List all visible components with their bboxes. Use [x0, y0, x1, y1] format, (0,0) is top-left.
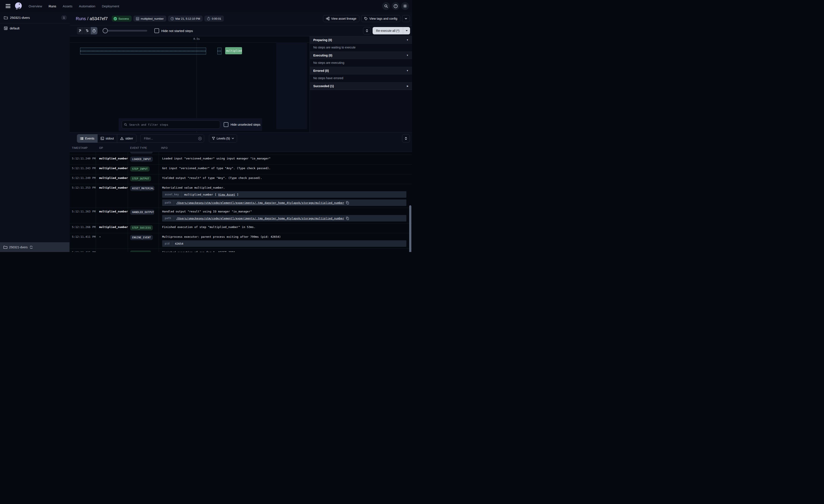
status-label: Success	[118, 17, 129, 20]
waterfall-gantt-icon	[86, 29, 89, 32]
section-succeeded-header[interactable]: Succeeded (1) ▶	[310, 83, 412, 90]
metadata-path-link[interactable]: /Users/smackesey/stm/code/elementl/exper…	[177, 201, 344, 205]
table-row[interactable]: 5:12:11.243 PMmultiplied_numberSTEP_INPU…	[70, 165, 412, 174]
section-executing-header[interactable]: Executing (0) ▼	[310, 52, 412, 59]
asset-chip[interactable]: multiplied_number	[133, 16, 166, 22]
events-table-body: 5:12:11.240 PMmultiplied_numberLOADED_IN…	[70, 152, 412, 252]
copy-icon[interactable]	[346, 201, 349, 205]
reexecute-dropdown-caret[interactable]	[403, 27, 410, 34]
log-filter-box[interactable]	[140, 134, 204, 143]
warning-triangle-icon	[120, 137, 124, 140]
clear-filter-icon[interactable]	[198, 137, 202, 140]
log-filter-input[interactable]	[143, 136, 198, 140]
tab-stdout[interactable]: stdout	[98, 134, 117, 143]
table-row[interactable]: 5:12:11.249 PMmultiplied_numberSTEP_OUTP…	[70, 174, 412, 184]
event-op: multiplied_number	[96, 155, 128, 164]
event-type-badge: HANDLED_OUTPUT	[130, 210, 154, 215]
view-asset-link[interactable]: View Asset	[218, 193, 235, 197]
section-errored-header[interactable]: Errored (0) ▼	[310, 67, 412, 75]
funnel-icon	[212, 137, 215, 140]
slider-knob[interactable]	[103, 28, 108, 33]
table-row[interactable]: 5:12:11.411 PM-ENGINE_EVENTMultiprocess …	[70, 233, 412, 249]
gantt-timed-view-button[interactable]	[91, 27, 97, 34]
gantt-flat-view-button[interactable]	[77, 27, 84, 34]
event-type-cell: ENGINE_EVENT	[128, 233, 159, 249]
table-row[interactable]: 5:12:11.263 PMmultiplied_numberHANDLED_O…	[70, 208, 412, 224]
event-op: multiplied_number	[96, 174, 128, 184]
nav-runs[interactable]: Runs	[49, 4, 56, 8]
view-tags-config-button[interactable]: View tags and config	[361, 15, 400, 22]
nav-automation[interactable]: Automation	[79, 4, 96, 8]
event-info-text: Got input "versioned_number" of type "An…	[162, 166, 406, 170]
gantt-zoom-slider[interactable]	[103, 30, 147, 31]
gantt-dependency-bar	[80, 47, 206, 54]
hide-unselected-checkbox-row: Hide unselected steps	[224, 122, 261, 127]
asset-group-icon	[4, 26, 8, 30]
tab-events[interactable]: Events	[77, 134, 98, 143]
event-info: Finished execution of step "multiplied_n…	[159, 224, 412, 231]
gantt-waterfall-view-button[interactable]	[84, 27, 91, 34]
nav-assets[interactable]: Assets	[63, 4, 73, 8]
repository-footer[interactable]: 250321-dvers	[0, 242, 70, 252]
event-info: Handled output "result" using IO manager…	[159, 208, 412, 223]
copy-icon[interactable]	[346, 217, 349, 220]
help-button[interactable]: ?	[392, 2, 399, 10]
log-view-tabs: Events stdout stderr	[77, 134, 136, 143]
events-panel: Events stdout stderr Levels (5)	[70, 132, 412, 252]
status-badge: Success	[112, 16, 132, 22]
gantt-step-box[interactable]: multiplied_number	[225, 47, 242, 54]
steps-search-input[interactable]	[129, 123, 218, 127]
vertical-scrollbar[interactable]	[409, 205, 411, 252]
table-row[interactable]: 5:12:11.415 PM-RUN_SUCCESSFinished execu…	[70, 249, 412, 252]
search-button[interactable]	[382, 2, 390, 10]
reload-icon[interactable]	[29, 246, 33, 249]
chevron-down-icon	[404, 17, 407, 20]
section-errored-body: No steps have errored	[310, 75, 412, 82]
metadata-value: 42654	[172, 240, 186, 247]
start-time-chip: Mar 21, 5:12:10 PM	[168, 16, 203, 22]
table-row[interactable]: 5:12:11.253 PMmultiplied_numberASSET_MAT…	[70, 184, 412, 208]
dagster-logo-icon[interactable]	[14, 2, 23, 11]
nav-overview[interactable]: Overview	[28, 4, 42, 8]
view-asset-lineage-button[interactable]: View asset lineage	[323, 15, 359, 22]
table-row[interactable]: 5:12:11.266 PMmultiplied_numberSTEP_SUCC…	[70, 224, 412, 233]
event-op	[96, 152, 128, 155]
table-row[interactable]: 5:12:11.240 PMmultiplied_numberLOADED_IN…	[70, 155, 412, 165]
metadata-path-link[interactable]: /Users/smackesey/stm/code/elementl/exper…	[177, 217, 344, 220]
events-toolbar: Events stdout stderr Levels (5)	[70, 133, 412, 144]
menu-icon[interactable]	[6, 4, 10, 8]
event-metadata-row: asset_keymultiplied_number [View Asset]	[162, 191, 406, 198]
nav-deployment[interactable]: Deployment	[102, 4, 119, 8]
tab-stderr[interactable]: stderr	[117, 134, 136, 143]
levels-filter-button[interactable]: Levels (5)	[209, 134, 237, 143]
sidebar-item-repository[interactable]: 250321-dvers 1	[0, 12, 70, 23]
gantt-time-axis: 0.5s	[70, 36, 310, 43]
reexecute-all-button[interactable]: Re-execute all (*)	[373, 27, 410, 34]
event-metadata-row: path/Users/smackesey/stm/code/elementl/e…	[162, 215, 406, 222]
section-preparing-header[interactable]: Preparing (0) ▼	[310, 36, 412, 44]
axis-tick-label: 0.5s	[194, 37, 200, 40]
hide-unselected-checkbox[interactable]	[224, 122, 228, 127]
event-type-badge: ASSET_MATERIALI…	[130, 186, 154, 191]
event-timestamp: 5:12:11.411 PM	[70, 233, 96, 249]
settings-button[interactable]	[401, 2, 409, 10]
event-timestamp: 5:12:11.249 PM	[70, 174, 96, 184]
event-type-cell: RUN_SUCCESS	[128, 249, 159, 252]
gantt-expand-button[interactable]	[363, 27, 371, 34]
event-type-cell: ASSET_MATERIALI…	[128, 184, 159, 208]
event-timestamp: 5:12:11.253 PM	[70, 184, 96, 208]
tag-icon	[364, 17, 368, 20]
sidebar-item-default-group[interactable]: default	[0, 23, 70, 33]
section-executing-body: No steps are executing	[310, 59, 412, 67]
run-actions-menu-button[interactable]	[402, 15, 410, 22]
steps-search-box[interactable]	[122, 120, 220, 129]
gantt-chart[interactable]: 0.5s multiplied_number Hide unselected s…	[70, 36, 310, 132]
events-expand-button[interactable]	[402, 134, 410, 143]
breadcrumb-runs[interactable]: Runs	[76, 16, 86, 21]
table-row[interactable]	[70, 152, 412, 155]
hide-not-started-checkbox[interactable]	[154, 28, 159, 33]
event-type-badge	[130, 152, 152, 154]
event-op: multiplied_number	[96, 184, 128, 208]
event-op: multiplied_number	[96, 165, 128, 174]
metadata-value: multiplied_number [View Asset]	[182, 191, 241, 198]
